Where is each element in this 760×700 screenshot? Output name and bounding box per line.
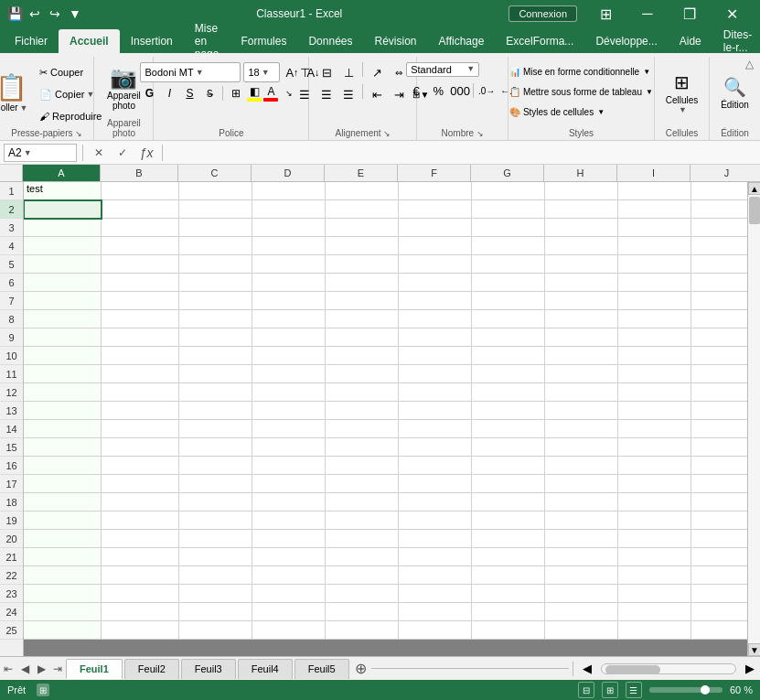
connection-button[interactable]: Connexion [508, 5, 577, 22]
cell-J18[interactable] [691, 493, 747, 512]
cell-I17[interactable] [618, 475, 691, 493]
cell-G14[interactable] [472, 420, 545, 438]
cell-F14[interactable] [399, 420, 472, 438]
cell-C2[interactable] [179, 200, 252, 219]
tab-nav-first[interactable]: ⇤ [0, 661, 16, 677]
cell-E7[interactable] [326, 292, 399, 310]
scroll-down-button[interactable]: ▼ [748, 643, 760, 656]
cell-F17[interactable] [399, 475, 472, 493]
tab-affichage[interactable]: Affichage [428, 29, 496, 53]
cell-H1[interactable] [545, 182, 618, 200]
cell-J14[interactable] [691, 420, 747, 438]
cell-E15[interactable] [326, 438, 399, 457]
cell-F5[interactable] [399, 255, 472, 274]
align-left-button[interactable]: ☰ [294, 84, 315, 104]
cell-D23[interactable] [252, 585, 326, 603]
formula-cancel-button[interactable]: ✕ [89, 143, 109, 163]
tab-nav-next[interactable]: ▶ [33, 661, 49, 677]
cell-F2[interactable] [399, 200, 472, 219]
cell-A2[interactable] [24, 200, 102, 219]
cell-D10[interactable] [252, 347, 326, 365]
cell-B14[interactable] [102, 420, 179, 438]
row-num-15[interactable]: 15 [0, 438, 23, 457]
cell-E18[interactable] [326, 493, 399, 512]
presse-papiers-more[interactable]: ↘ [75, 129, 82, 138]
cell-B18[interactable] [102, 493, 179, 512]
cell-A21[interactable] [24, 548, 102, 566]
cell-E2[interactable] [326, 200, 399, 219]
cell-H13[interactable] [545, 402, 618, 420]
cell-F21[interactable] [399, 548, 472, 566]
cell-E4[interactable] [326, 237, 399, 255]
cell-H19[interactable] [545, 512, 618, 530]
row-num-2[interactable]: 2 [0, 200, 23, 219]
tab-nav-prev[interactable]: ◀ [16, 661, 33, 677]
cell-J7[interactable] [691, 292, 747, 310]
cell-F10[interactable] [399, 347, 472, 365]
cell-F19[interactable] [399, 512, 472, 530]
normal-view-button[interactable]: ⊟ [578, 682, 594, 698]
cell-H23[interactable] [545, 585, 618, 603]
col-header-I[interactable]: I [617, 165, 690, 181]
cell-G4[interactable] [472, 237, 545, 255]
cell-E3[interactable] [326, 219, 399, 237]
cell-I2[interactable] [618, 200, 691, 219]
tab-mise-en-page[interactable]: Mise en page [184, 29, 230, 53]
cell-C7[interactable] [179, 292, 252, 310]
cell-D19[interactable] [252, 512, 326, 530]
cell-J19[interactable] [691, 512, 747, 530]
cell-I4[interactable] [618, 237, 691, 255]
cell-A8[interactable] [24, 310, 102, 328]
cell-F15[interactable] [399, 438, 472, 457]
cell-J20[interactable] [691, 530, 747, 548]
cell-D6[interactable] [252, 274, 326, 292]
strikethrough-button[interactable]: S̶ [200, 84, 219, 102]
cell-J16[interactable] [691, 457, 747, 475]
row-num-1[interactable]: 1 [0, 182, 23, 200]
cell-E24[interactable] [326, 603, 399, 621]
cell-F9[interactable] [399, 328, 472, 347]
cell-E19[interactable] [326, 512, 399, 530]
cell-E25[interactable] [326, 621, 399, 640]
cell-B23[interactable] [102, 585, 179, 603]
cell-J21[interactable] [691, 548, 747, 566]
cell-F18[interactable] [399, 493, 472, 512]
cell-A11[interactable] [24, 365, 102, 383]
cell-D1[interactable] [252, 182, 326, 200]
cell-G2[interactable] [472, 200, 545, 219]
status-icon1[interactable]: ⊞ [37, 684, 49, 696]
cell-G9[interactable] [472, 328, 545, 347]
cell-C25[interactable] [179, 621, 252, 640]
font-color-button[interactable]: A [263, 85, 278, 102]
col-header-D[interactable]: D [252, 165, 325, 181]
cell-J5[interactable] [691, 255, 747, 274]
scroll-thumb[interactable] [749, 197, 760, 224]
cell-I23[interactable] [618, 585, 691, 603]
cell-G8[interactable] [472, 310, 545, 328]
font-size-selector[interactable]: 18 ▼ [243, 62, 280, 82]
cell-E20[interactable] [326, 530, 399, 548]
cell-D12[interactable] [252, 383, 326, 402]
cell-A9[interactable] [24, 328, 102, 347]
cell-J2[interactable] [691, 200, 747, 219]
h-scroll-right-button[interactable]: ▶ [740, 659, 760, 679]
cell-E16[interactable] [326, 457, 399, 475]
sheet-tab-feuil2[interactable]: Feuil2 [124, 659, 179, 679]
tab-insertion[interactable]: Insertion [120, 29, 184, 53]
row-num-23[interactable]: 23 [0, 585, 23, 603]
cell-C15[interactable] [179, 438, 252, 457]
row-num-18[interactable]: 18 [0, 493, 23, 512]
cell-D25[interactable] [252, 621, 326, 640]
number-format-selector[interactable]: Standard▼ [406, 62, 479, 77]
cell-D22[interactable] [252, 566, 326, 585]
cell-J22[interactable] [691, 566, 747, 585]
cell-H11[interactable] [545, 365, 618, 383]
cell-B3[interactable] [102, 219, 179, 237]
minimize-button[interactable]: ─ [626, 0, 669, 27]
cell-B15[interactable] [102, 438, 179, 457]
indent-dec-button[interactable]: ⇤ [367, 84, 387, 104]
mise-forme-button[interactable]: 📊 Mise en forme conditionnelle ▼ [504, 62, 656, 81]
row-num-21[interactable]: 21 [0, 548, 23, 566]
cell-H17[interactable] [545, 475, 618, 493]
row-num-22[interactable]: 22 [0, 566, 23, 585]
